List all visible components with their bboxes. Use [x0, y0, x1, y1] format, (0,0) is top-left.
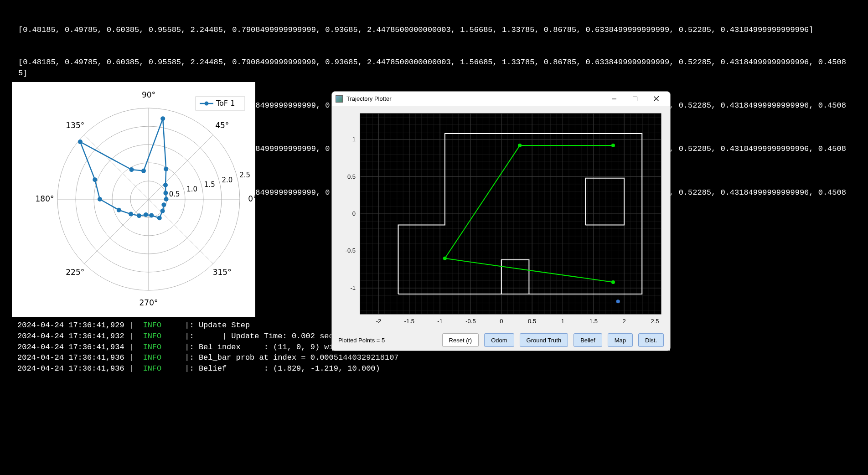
trajectory-window: Trajectory Plotter -2-1.5-1-0.500.511.52…: [331, 91, 671, 351]
svg-text:-0.5: -0.5: [465, 318, 475, 325]
svg-point-43: [161, 202, 166, 207]
trajectory-footer: Plotted Points = 5 Reset (r) Odom Ground…: [332, 330, 670, 351]
svg-text:1.5: 1.5: [204, 181, 215, 189]
svg-point-27: [163, 191, 168, 195]
trajectory-plot[interactable]: -2-1.5-1-0.500.511.522.5-1-0.500.51: [332, 106, 670, 330]
window-title: Trajectory Plotter: [346, 95, 604, 102]
svg-text:1: 1: [561, 318, 564, 325]
svg-point-36: [117, 208, 121, 212]
svg-text:ToF 1: ToF 1: [216, 99, 235, 108]
svg-point-39: [144, 212, 148, 217]
svg-text:2.0: 2.0: [222, 176, 233, 184]
svg-rect-49: [633, 97, 637, 101]
svg-text:0: 0: [500, 318, 503, 325]
svg-text:180°: 180°: [36, 194, 54, 203]
svg-text:-1.5: -1.5: [404, 318, 414, 325]
svg-line-6: [149, 135, 213, 199]
svg-line-8: [84, 135, 149, 199]
log-line: 2024-04-24 17:36:41,936 | INFO |: Belief…: [17, 363, 403, 374]
svg-point-28: [163, 183, 168, 187]
svg-text:1.0: 1.0: [186, 185, 197, 193]
svg-text:225°: 225°: [66, 268, 84, 277]
ground-truth-button[interactable]: Ground Truth: [520, 333, 568, 347]
svg-text:90°: 90°: [142, 90, 155, 99]
svg-text:-0.5: -0.5: [346, 247, 356, 254]
maximize-button[interactable]: [625, 92, 646, 106]
svg-text:-2: -2: [376, 318, 382, 325]
svg-line-12: [149, 199, 213, 263]
odom-button[interactable]: Odom: [484, 333, 514, 347]
svg-text:45°: 45°: [215, 121, 229, 130]
svg-point-26: [164, 197, 169, 201]
svg-text:0.5: 0.5: [347, 173, 356, 180]
svg-text:2: 2: [623, 318, 626, 325]
svg-point-37: [129, 212, 133, 217]
svg-text:0: 0: [352, 210, 356, 217]
svg-point-42: [160, 209, 165, 213]
svg-text:0.5: 0.5: [169, 190, 180, 198]
dist-button[interactable]: Dist.: [638, 333, 664, 347]
svg-point-46: [205, 102, 209, 106]
map-button[interactable]: Map: [608, 333, 633, 347]
svg-point-149: [616, 299, 620, 303]
close-button[interactable]: [646, 92, 666, 106]
plotted-points-status: Plotted Points = 5: [338, 337, 385, 344]
console-line: [0.48185, 0.49785, 0.60385, 0.95585, 2.2…: [18, 25, 850, 36]
svg-point-40: [149, 213, 154, 218]
console-line: [0.48185, 0.49785, 0.60385, 0.95585, 2.2…: [18, 57, 850, 79]
log-line: 2024-04-24 17:36:41,936 | INFO |: Bel_ba…: [17, 352, 403, 363]
svg-point-145: [611, 280, 615, 284]
svg-text:270°: 270°: [140, 298, 158, 307]
svg-text:-1: -1: [437, 318, 443, 325]
svg-point-148: [611, 144, 615, 147]
svg-point-32: [129, 167, 134, 172]
reset-button[interactable]: Reset (r): [442, 333, 479, 347]
svg-text:2.5: 2.5: [239, 171, 250, 179]
svg-text:-1: -1: [350, 284, 356, 291]
svg-point-146: [443, 257, 447, 260]
window-titlebar[interactable]: Trajectory Plotter: [332, 92, 670, 106]
svg-text:2.5: 2.5: [651, 318, 659, 325]
svg-point-31: [141, 169, 146, 173]
svg-text:1.5: 1.5: [589, 318, 598, 325]
belief-button[interactable]: Belief: [574, 333, 602, 347]
svg-text:0.5: 0.5: [528, 318, 536, 325]
svg-point-41: [157, 216, 162, 220]
svg-point-33: [78, 139, 83, 144]
window-icon: [336, 95, 343, 103]
svg-point-35: [98, 197, 102, 201]
svg-point-38: [137, 213, 141, 218]
svg-point-30: [160, 116, 165, 121]
svg-point-34: [93, 177, 97, 182]
svg-point-29: [164, 167, 168, 171]
svg-text:315°: 315°: [213, 268, 232, 277]
minimize-button[interactable]: [604, 92, 625, 106]
svg-text:0°: 0°: [248, 194, 255, 203]
svg-point-147: [518, 144, 522, 147]
svg-text:1: 1: [352, 136, 356, 143]
svg-text:135°: 135°: [66, 121, 84, 130]
polar-plot: 0°45°90°135°180°225°270°315°0.51.01.52.0…: [12, 82, 255, 317]
